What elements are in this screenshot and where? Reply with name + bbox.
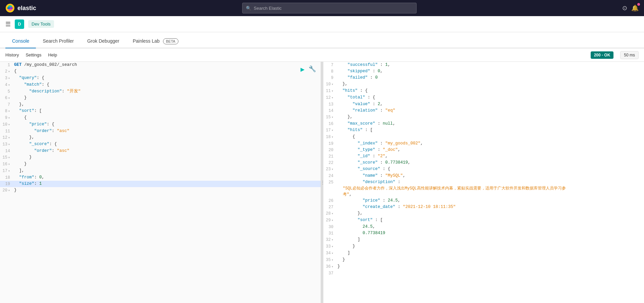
notification-badge bbox=[637, 3, 640, 6]
tab-search-profiler-label: Search Profiler bbox=[43, 38, 74, 44]
r-line-15: 15▾ }, bbox=[323, 114, 644, 121]
top-bar-right: ⊙ 🔔 bbox=[622, 4, 639, 12]
code-line-7: 7 }, bbox=[0, 101, 321, 108]
r-line-9: 9 "failed" : 0 bbox=[323, 75, 644, 81]
run-button[interactable]: ▶ bbox=[301, 65, 305, 74]
r-line-8: 8 "skipped" : 0, bbox=[323, 68, 644, 75]
r-line-25a: 25 "description" : bbox=[323, 179, 644, 185]
code-line-1: 1 GET /my_goods_002/_search bbox=[0, 62, 321, 68]
r-line-10: 10▾ }, bbox=[323, 81, 644, 88]
beta-badge: BETA bbox=[163, 38, 178, 44]
code-line-14: 14 "order": "asc" bbox=[0, 148, 321, 154]
tab-search-profiler[interactable]: Search Profiler bbox=[36, 34, 80, 48]
r-line-19: 19 "_index" : "my_goods_002", bbox=[323, 140, 644, 147]
r-line-21: 21 "_id" : "2", bbox=[323, 153, 644, 160]
r-line-27: 27 "create_date" : "2021-12-10 18:11:35" bbox=[323, 204, 644, 210]
r-line-31: 31 0.7738419 bbox=[323, 230, 644, 236]
r-line-35: 35▾ } bbox=[323, 257, 644, 263]
help-icon[interactable]: ⊙ bbox=[622, 4, 627, 12]
right-code-area: 7 "successful" : 1, 8 "skipped" : 0, 9 "… bbox=[323, 62, 644, 276]
code-line-17: 17▾ ], bbox=[0, 168, 321, 174]
notifications-icon[interactable]: 🔔 bbox=[631, 4, 639, 12]
right-editor-panel[interactable]: 7 "successful" : 1, 8 "skipped" : 0, 9 "… bbox=[323, 62, 644, 303]
r-line-22: 22 "_score" : 0.7738419, bbox=[323, 160, 644, 166]
r-line-29: 29▾ "sort" : [ bbox=[323, 217, 644, 224]
r-line-30: 30 24.5, bbox=[323, 224, 644, 230]
code-line-4: 4▾ "match": { bbox=[0, 82, 321, 88]
dev-tools-label: Dev Tools bbox=[28, 20, 54, 28]
elastic-logo[interactable]: elastic bbox=[5, 3, 36, 13]
r-line-17: 17▾ "hits" : [ bbox=[323, 127, 644, 134]
code-line-10: 10▾ "price": { bbox=[0, 121, 321, 128]
tab-console[interactable]: Console bbox=[5, 34, 36, 48]
global-search-bar[interactable]: 🔍 Search Elastic bbox=[242, 3, 417, 13]
code-line-18: 18 "from": 0, bbox=[0, 174, 321, 181]
r-line-13: 13 "value" : 2, bbox=[323, 101, 644, 107]
r-line-32: 32▾ ] bbox=[323, 236, 644, 243]
code-line-15: 15▾ } bbox=[0, 154, 321, 161]
r-line-24: 24 "name" : "MySQL", bbox=[323, 173, 644, 179]
time-badge: 50 ms bbox=[620, 51, 639, 59]
code-line-16: 16▾ } bbox=[0, 161, 321, 168]
code-line-6: 6▾ } bbox=[0, 95, 321, 101]
elastic-logo-icon bbox=[5, 3, 15, 13]
code-line-3: 3▾ "query": { bbox=[0, 75, 321, 82]
tab-console-label: Console bbox=[12, 38, 29, 44]
r-line-28: 28▾ }, bbox=[323, 210, 644, 217]
search-placeholder: Search Elastic bbox=[254, 6, 282, 11]
r-line-7: 7 "successful" : 1, bbox=[323, 62, 644, 68]
editor-container: 1 GET /my_goods_002/_search 2▾ { 3▾ "que… bbox=[0, 62, 644, 303]
code-line-8: 8▾ "sort": [ bbox=[0, 108, 321, 115]
r-line-36: 36▾ } bbox=[323, 263, 644, 270]
tab-painless-lab[interactable]: Painless Lab BETA bbox=[126, 34, 185, 48]
help-button[interactable]: Help bbox=[48, 52, 57, 57]
code-line-13: 13▾ "_score": { bbox=[0, 141, 321, 148]
top-navigation-bar: elastic 🔍 Search Elastic ⊙ 🔔 bbox=[0, 0, 644, 16]
top-bar-left: elastic bbox=[5, 3, 36, 13]
code-line-2: 2▾ { bbox=[0, 68, 321, 75]
r-line-12: 12▾ "total" : { bbox=[323, 94, 644, 101]
r-line-18: 18▾ { bbox=[323, 134, 644, 140]
status-badge: 200 - OK bbox=[591, 51, 614, 59]
code-line-5: 5 "description": "开发" bbox=[0, 88, 321, 95]
hamburger-menu[interactable]: ☰ bbox=[5, 20, 11, 28]
code-line-20: 20▾ } bbox=[0, 187, 321, 194]
code-line-19: 19 "size": 1 bbox=[0, 181, 321, 187]
r-line-20: 20 "_type" : "_doc", bbox=[323, 147, 644, 153]
code-line-11: 11 "order": "asc" bbox=[0, 128, 321, 134]
code-line-12: 12▾ }, bbox=[0, 134, 321, 141]
user-avatar[interactable]: D bbox=[15, 19, 24, 29]
r-line-16: 16 "max_score" : null, bbox=[323, 121, 644, 127]
tab-grok-debugger[interactable]: Grok Debugger bbox=[80, 34, 126, 48]
left-editor-panel[interactable]: 1 GET /my_goods_002/_search 2▾ { 3▾ "que… bbox=[0, 62, 322, 303]
tab-bar: Console Search Profiler Grok Debugger Pa… bbox=[0, 32, 644, 48]
logo-text: elastic bbox=[17, 5, 36, 12]
code-line-9: 9▾ { bbox=[0, 115, 321, 121]
second-nav-bar: ☰ D Dev Tools bbox=[0, 16, 644, 32]
history-button[interactable]: History bbox=[5, 52, 19, 57]
left-code-area: 1 GET /my_goods_002/_search 2▾ { 3▾ "que… bbox=[0, 62, 321, 194]
r-line-23: 23▾ "_source" : { bbox=[323, 166, 644, 173]
tab-grok-debugger-label: Grok Debugger bbox=[87, 38, 119, 44]
r-line-37: 37 bbox=[323, 270, 644, 276]
search-icon: 🔍 bbox=[246, 6, 251, 11]
r-line-33: 33▾ } bbox=[323, 243, 644, 250]
r-line-26: 26 "price" : 24.5, bbox=[323, 198, 644, 204]
r-line-25b: "SQL必知必会作者力作，深入浅出MySQL高性能讲解技术内幕，紧贴实战需要，适… bbox=[323, 185, 644, 198]
r-line-14: 14 "relation" : "eq" bbox=[323, 107, 644, 114]
console-toolbar: History Settings Help 200 - OK 50 ms bbox=[0, 48, 644, 62]
settings-button[interactable]: Settings bbox=[25, 52, 41, 57]
tab-painless-lab-label: Painless Lab bbox=[133, 38, 160, 44]
svg-point-4 bbox=[10, 7, 13, 9]
r-line-11: 11▾ "hits" : { bbox=[323, 88, 644, 94]
tools-button[interactable]: 🔧 bbox=[309, 65, 316, 73]
r-line-34: 34▾ ] bbox=[323, 250, 644, 257]
